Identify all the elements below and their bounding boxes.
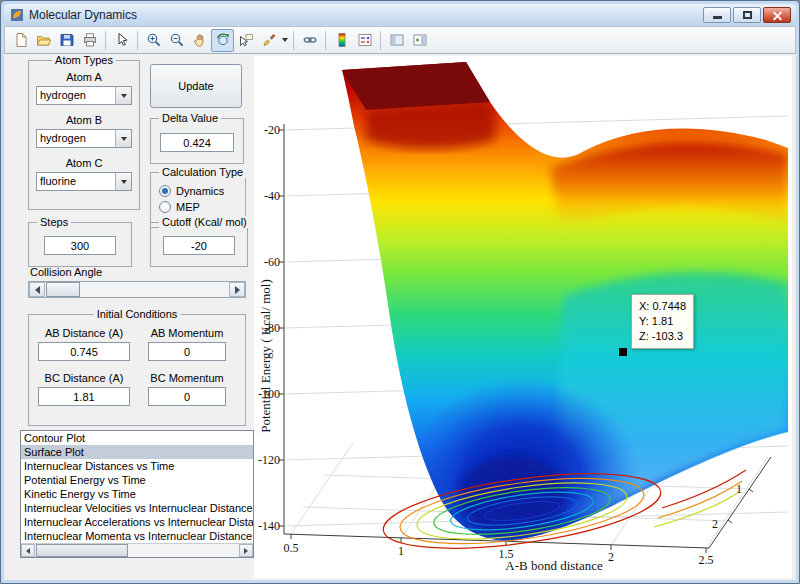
open-file-icon	[36, 32, 52, 48]
chevron-down-icon	[282, 38, 288, 42]
scroll-thumb[interactable]	[36, 544, 128, 557]
scroll-left-arrow[interactable]	[21, 544, 35, 557]
ab-momentum-input[interactable]	[148, 342, 226, 361]
insert-legend-button[interactable]	[353, 29, 376, 52]
ab-distance-input[interactable]	[38, 342, 130, 361]
z-tick: -20	[254, 123, 280, 138]
radio-mep[interactable]: MEP	[151, 199, 245, 215]
bc-distance-input[interactable]	[38, 387, 130, 406]
maximize-icon	[743, 11, 752, 19]
list-item[interactable]: Internuclear Momenta vs Internuclear Dis…	[21, 529, 253, 543]
atom-a-select[interactable]: hydrogen	[36, 86, 132, 105]
initial-conditions-title: Initial Conditions	[94, 308, 181, 320]
list-item[interactable]: Potential Energy vs Time	[21, 473, 253, 487]
rotate-3d-icon	[215, 32, 231, 48]
atom-b-select[interactable]: hydrogen	[36, 129, 132, 148]
plot-canvas[interactable]: -20 -40 -60 -80 -100 -120 -140 0.5 1 1.5…	[254, 56, 792, 578]
insert-colorbar-button[interactable]	[330, 29, 353, 52]
titlebar[interactable]: Molecular Dynamics	[4, 4, 796, 26]
edit-plot-button[interactable]	[110, 29, 133, 52]
slider-left-arrow[interactable]	[29, 282, 45, 297]
rotate-3d-button[interactable]	[211, 29, 234, 52]
scroll-right-arrow[interactable]	[239, 544, 253, 557]
radio-dot	[159, 201, 171, 213]
minimize-icon	[713, 16, 722, 19]
listbox-hscrollbar[interactable]	[21, 543, 253, 557]
atom-a-label: Atom A	[66, 71, 101, 83]
delta-value-input[interactable]	[160, 133, 234, 152]
legend-icon	[357, 32, 373, 48]
window-title: Molecular Dynamics	[29, 8, 137, 22]
data-cursor-button[interactable]	[234, 29, 257, 52]
radio-dynamics[interactable]: Dynamics	[151, 183, 245, 199]
chevron-down-icon	[121, 137, 127, 141]
chevron-down-icon	[121, 94, 127, 98]
brush-button[interactable]	[257, 29, 280, 52]
atom-c-label: Atom C	[66, 157, 103, 169]
hide-plot-tools-button[interactable]	[385, 29, 408, 52]
chevron-down-icon	[121, 180, 127, 184]
save-figure-button[interactable]	[55, 29, 78, 52]
zoom-in-button[interactable]	[142, 29, 165, 52]
collision-angle-label: Collision Angle	[30, 266, 102, 278]
data-cursor-icon	[238, 32, 254, 48]
link-plots-button[interactable]	[298, 29, 321, 52]
datatip-marker[interactable]	[619, 348, 627, 356]
list-item-selected[interactable]: Surface Plot	[21, 445, 253, 459]
list-item[interactable]: Internuclear Accelerations vs Internucle…	[21, 515, 253, 529]
brush-dropdown[interactable]	[280, 29, 289, 52]
cutoff-input[interactable]	[163, 236, 235, 255]
bc-momentum-input[interactable]	[148, 387, 226, 406]
slider-right-arrow[interactable]	[229, 282, 245, 297]
steps-title: Steps	[37, 216, 71, 228]
new-figure-button[interactable]	[9, 29, 32, 52]
x-axis-label: A-B bond distance	[404, 558, 704, 574]
datatip-y: Y: 1.81	[639, 314, 686, 329]
depth-tick: 1	[736, 482, 756, 497]
update-button[interactable]: Update	[150, 64, 242, 108]
atom-types-title: Atom Types	[52, 54, 116, 66]
ab-momentum-label: AB Momentum	[151, 327, 224, 339]
datatip[interactable]: X: 0.7448 Y: 1.81 Z: -103.3	[631, 294, 694, 349]
minimize-button[interactable]	[703, 7, 731, 23]
new-figure-icon	[13, 32, 29, 48]
steps-input[interactable]	[44, 236, 116, 255]
show-plot-tools-button[interactable]	[408, 29, 431, 52]
pointer-icon	[114, 32, 130, 48]
x-tick: 1	[383, 544, 419, 559]
open-file-button[interactable]	[32, 29, 55, 52]
plot-type-listbox: Contour Plot Surface Plot Internuclear D…	[20, 430, 254, 558]
datatip-z: Z: -103.3	[639, 329, 686, 344]
pan-button[interactable]	[188, 29, 211, 52]
window-icon	[10, 8, 24, 22]
list-item[interactable]: Contour Plot	[21, 431, 253, 445]
x-tick: 0.5	[273, 541, 309, 556]
maximize-button[interactable]	[733, 7, 761, 23]
y-axis-label: Potential Energy ( Kcal/ mol)	[258, 196, 274, 516]
print-figure-button[interactable]	[78, 29, 101, 52]
collision-angle-slider[interactable]	[28, 281, 246, 298]
bc-momentum-label: BC Momentum	[150, 372, 223, 384]
list-item[interactable]: Internuclear Velocities vs Internuclear …	[21, 501, 253, 515]
list-item[interactable]: Internuclear Distances vs Time	[21, 459, 253, 473]
slider-thumb[interactable]	[46, 282, 80, 297]
zoom-out-icon	[169, 32, 185, 48]
atom-b-label: Atom B	[66, 114, 102, 126]
toolbar-separator	[105, 31, 106, 50]
radio-dot	[159, 185, 171, 197]
zoom-in-icon	[146, 32, 162, 48]
close-button[interactable]	[763, 7, 791, 23]
save-figure-icon	[59, 32, 75, 48]
cutoff-title: Cutoff (Kcal/ mol)	[159, 216, 250, 228]
toolbar	[4, 26, 796, 54]
cutoff-panel: Cutoff (Kcal/ mol)	[150, 222, 248, 267]
delta-value-panel: Delta Value	[150, 118, 244, 164]
zoom-out-button[interactable]	[165, 29, 188, 52]
atom-c-select[interactable]: fluorine	[36, 172, 132, 191]
delta-value-title: Delta Value	[159, 112, 221, 124]
pan-hand-icon	[192, 32, 208, 48]
list-item[interactable]: Kinetic Energy vs Time	[21, 487, 253, 501]
figure-content: Atom Types Atom A hydrogen Atom B hydrog…	[4, 54, 796, 580]
calculation-type-title: Calculation Type	[159, 166, 246, 178]
brush-icon	[261, 32, 277, 48]
